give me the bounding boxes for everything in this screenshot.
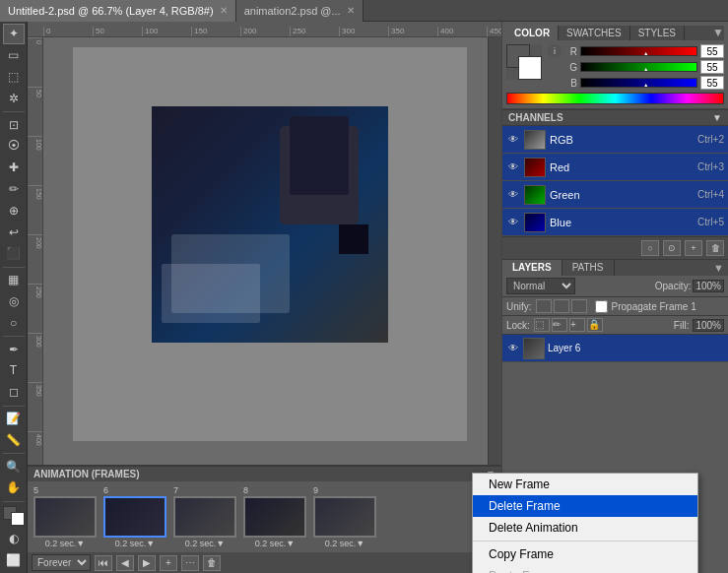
lock-btn-transparent[interactable]: ⬚ [534, 318, 550, 332]
anim-frame-7[interactable]: 7 0.2 sec.▼ [171, 485, 238, 548]
tab-swatches[interactable]: SWATCHES [559, 26, 630, 40]
fill-value[interactable]: 100% [693, 319, 724, 332]
green-value[interactable]: 55 [700, 60, 724, 74]
tool-lasso[interactable]: ⬚ [3, 67, 25, 88]
context-menu-new-frame[interactable]: New Frame [473, 474, 697, 495]
eye-icon-red[interactable]: 👁 [506, 160, 520, 174]
tool-zoom[interactable]: 🔍 [3, 456, 25, 477]
unify-btn-2[interactable] [554, 299, 569, 313]
delete-frame-btn-anim[interactable]: 🗑 [203, 555, 221, 571]
prev-frame-btn-anim[interactable]: ◀ [116, 555, 134, 571]
channel-row-rgb[interactable]: 👁 RGB Ctrl+2 [502, 126, 728, 154]
play-btn[interactable]: ▶ [138, 555, 156, 571]
dotted-circle-btn[interactable]: ○ [641, 240, 659, 256]
tool-move[interactable]: ✦ [3, 24, 25, 44]
anim-frame-9[interactable]: 9 0.2 sec.▼ [311, 485, 378, 548]
channel-row-green[interactable]: 👁 Green Ctrl+4 [502, 181, 728, 209]
tool-measure[interactable]: 📏 [3, 429, 25, 450]
tool-shape[interactable]: ◻ [3, 382, 25, 403]
eye-icon-green[interactable]: 👁 [506, 188, 520, 202]
delete-animation-label: Delete Animation [489, 521, 578, 535]
anim-frame-6[interactable]: 6 0.2 sec.▼ [101, 485, 168, 548]
tab-paths[interactable]: PATHS [563, 260, 615, 276]
tab-untitled[interactable]: Untitled-2.psd @ 66.7% (Layer 4, RGB/8#)… [0, 0, 236, 22]
background-swatch[interactable] [11, 512, 25, 526]
channel-save-btn[interactable]: ⊙ [663, 240, 681, 256]
tab-animation2[interactable]: animation2.psd @... ✕ [236, 0, 364, 22]
green-slider-track[interactable] [580, 62, 697, 72]
frame-delay-5[interactable]: 0.2 sec.▼ [45, 539, 85, 548]
tool-marquee-rect[interactable]: ▭ [3, 45, 25, 66]
unify-btn-3[interactable] [571, 299, 587, 313]
tool-magic-wand[interactable]: ✲ [3, 88, 25, 108]
color-panel-menu-icon[interactable]: ▼ [712, 26, 724, 40]
close-tab-animation2-icon[interactable]: ✕ [347, 5, 355, 16]
tool-pen[interactable]: ✒ [3, 339, 25, 359]
channel-row-blue[interactable]: 👁 Blue Ctrl+5 [502, 209, 728, 236]
channel-new-btn[interactable]: + [685, 240, 702, 256]
context-menu-delete-frame[interactable]: Delete Frame [473, 495, 697, 517]
tool-eyedropper[interactable]: ⦿ [3, 136, 25, 157]
red-slider-track[interactable] [580, 46, 697, 56]
unify-btn-1[interactable] [536, 299, 552, 313]
frame-delay-7[interactable]: 0.2 sec.▼ [185, 539, 225, 548]
eye-icon-layer6[interactable]: 👁 [506, 342, 520, 355]
tool-blur[interactable]: ◎ [3, 291, 25, 312]
color-spectrum[interactable] [506, 93, 724, 104]
tool-eraser[interactable]: ⬛ [3, 243, 25, 264]
lock-btn-image[interactable]: ✏ [552, 318, 567, 332]
tool-brush[interactable]: ✏ [3, 179, 25, 200]
close-tab-untitled-icon[interactable]: ✕ [220, 5, 228, 16]
tool-screen-mode[interactable]: ⬜ [3, 549, 25, 570]
anim-frame-8[interactable]: 8 0.2 sec.▼ [241, 485, 308, 548]
channels-menu-icon[interactable]: ▼ [712, 112, 722, 123]
tool-history-brush[interactable]: ↩ [3, 222, 25, 242]
tool-notes[interactable]: 📝 [3, 409, 25, 429]
tool-gradient[interactable]: ▦ [3, 270, 25, 290]
background-color-swatch[interactable] [518, 56, 542, 80]
tool-hand[interactable]: ✋ [3, 478, 25, 498]
tween-btn[interactable]: ⋯ [181, 555, 199, 571]
eye-icon-rgb[interactable]: 👁 [506, 133, 520, 147]
lock-btn-position[interactable]: + [569, 318, 585, 332]
frame-delay-9[interactable]: 0.2 sec.▼ [325, 539, 364, 548]
tool-heal[interactable]: ✚ [3, 158, 25, 178]
toolbar: ✦ ▭ ⬚ ✲ ⊡ ⦿ ✚ ✏ ⊕ ↩ ⬛ ▦ ◎ ○ ✒ T ◻ 📝 📏 🔍 … [0, 22, 28, 573]
blue-slider-track[interactable] [580, 78, 697, 88]
first-frame-btn[interactable]: ⏮ [95, 555, 112, 571]
blue-slider-thumb[interactable] [640, 79, 648, 87]
eye-icon-blue[interactable]: 👁 [506, 216, 520, 229]
tool-quick-mask[interactable]: ◐ [3, 528, 25, 548]
frame-delay-8[interactable]: 0.2 sec.▼ [255, 539, 295, 548]
new-frame-btn-anim[interactable]: + [160, 555, 177, 571]
channel-row-red[interactable]: 👁 Red Ctrl+3 [502, 154, 728, 181]
blue-value[interactable]: 55 [700, 76, 724, 90]
layers-chevron-icon[interactable]: ▼ [713, 262, 724, 274]
toolbar-color-swatches[interactable] [3, 506, 25, 527]
tool-dodge[interactable]: ○ [3, 312, 25, 333]
tool-clone[interactable]: ⊕ [3, 200, 25, 221]
context-menu-delete-animation[interactable]: Delete Animation [473, 517, 697, 539]
tool-crop[interactable]: ⊡ [3, 114, 25, 135]
info-icon[interactable]: i [548, 44, 562, 58]
blend-mode-select[interactable]: Normal Multiply Screen [506, 278, 575, 294]
opacity-value[interactable]: 100% [693, 280, 724, 292]
red-slider-thumb[interactable] [640, 47, 648, 55]
panel-menu-chevron[interactable]: ▼ [712, 26, 724, 39]
tab-layers[interactable]: LAYERS [502, 260, 563, 276]
tab-styles[interactable]: STYLES [630, 26, 685, 40]
anim-frame-5[interactable]: 5 0.2 sec.▼ [32, 485, 99, 548]
lock-btn-all[interactable]: 🔒 [587, 318, 603, 332]
layer-row-6[interactable]: 👁 Layer 6 [502, 335, 728, 362]
frame-delay-6[interactable]: 0.2 sec.▼ [115, 539, 155, 548]
layers-menu-icon[interactable]: ▼ [709, 260, 728, 276]
propagate-checkbox[interactable] [595, 300, 608, 313]
red-value[interactable]: 55 [700, 44, 724, 58]
green-slider-thumb[interactable] [640, 63, 648, 71]
context-menu-copy-frame[interactable]: Copy Frame [473, 543, 697, 565]
loop-select[interactable]: Forever Once 3 Times [32, 554, 91, 571]
tab-color[interactable]: COLOR [506, 26, 559, 40]
channel-delete-btn[interactable]: 🗑 [706, 240, 724, 256]
tool-text[interactable]: T [3, 360, 25, 381]
context-menu-paste-frame: Paste Frame... [473, 565, 697, 573]
